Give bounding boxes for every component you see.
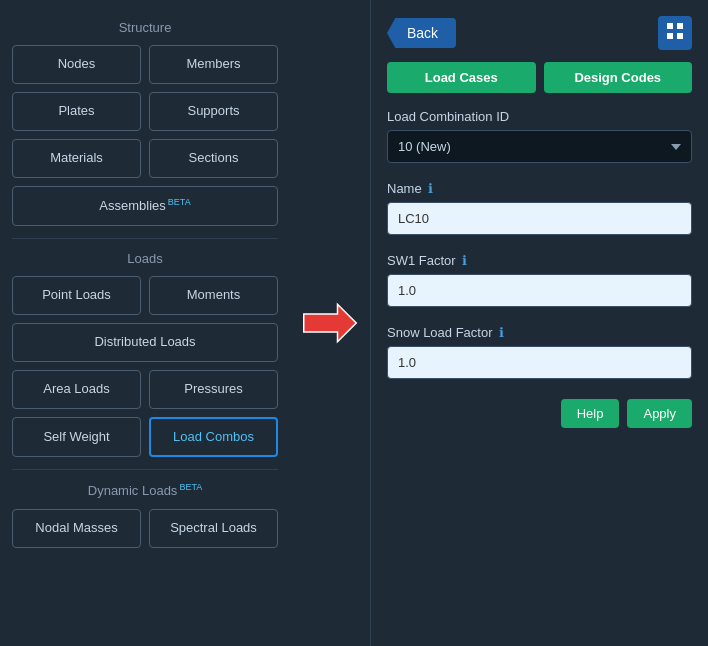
spectral-loads-btn[interactable]: Spectral Loads [149,509,278,548]
grid-view-button[interactable] [658,16,692,50]
divider-1 [12,238,278,239]
back-button[interactable]: Back [387,18,456,48]
sw1-label: SW1 Factor ℹ [387,253,692,268]
svg-rect-2 [677,23,683,29]
name-info-icon[interactable]: ℹ [428,181,433,196]
design-codes-tab[interactable]: Design Codes [544,62,693,93]
dynamic-beta: BETA [179,482,202,492]
structure-grid: Nodes Members Plates Supports Materials … [12,45,278,178]
dynamic-grid: Nodal Masses Spectral Loads [12,509,278,548]
divider-2 [12,469,278,470]
load-cases-tab[interactable]: Load Cases [387,62,536,93]
assemblies-btn[interactable]: AssembliesBETA [12,186,278,226]
nodes-btn[interactable]: Nodes [12,45,141,84]
name-label: Name ℹ [387,181,692,196]
distributed-loads-btn[interactable]: Distributed Loads [12,323,278,362]
top-nav: Back [387,16,692,50]
pressures-btn[interactable]: Pressures [149,370,278,409]
dynamic-loads-label: Dynamic LoadsBETA [12,482,278,498]
area-loads-btn[interactable]: Area Loads [12,370,141,409]
combination-id-select[interactable]: 10 (New) [387,130,692,163]
right-panel: Back Load Cases Design Codes Load Combin… [370,0,708,646]
sw1-section: SW1 Factor ℹ [387,253,692,321]
left-panel: Structure Nodes Members Plates Supports … [0,0,290,646]
self-weight-btn[interactable]: Self Weight [12,417,141,458]
snow-info-icon[interactable]: ℹ [499,325,504,340]
snow-label: Snow Load Factor ℹ [387,325,692,340]
tab-row: Load Cases Design Codes [387,62,692,93]
grid-icon [666,22,684,40]
load-combos-btn[interactable]: Load Combos [149,417,278,458]
sw1-info-icon[interactable]: ℹ [462,253,467,268]
assemblies-label: Assemblies [99,198,165,213]
loads-label: Loads [12,251,278,266]
help-button[interactable]: Help [561,399,620,428]
combination-id-label: Load Combination ID [387,109,692,124]
supports-btn[interactable]: Supports [149,92,278,131]
name-section: Name ℹ [387,181,692,249]
snow-section: Snow Load Factor ℹ [387,325,692,393]
apply-button[interactable]: Apply [627,399,692,428]
svg-rect-1 [667,23,673,29]
name-input[interactable] [387,202,692,235]
right-arrow-icon [300,298,360,348]
svg-rect-3 [667,33,673,39]
structure-label: Structure [12,20,278,35]
nodal-masses-btn[interactable]: Nodal Masses [12,509,141,548]
svg-rect-4 [677,33,683,39]
combination-id-section: Load Combination ID 10 (New) [387,109,692,177]
sw1-input[interactable] [387,274,692,307]
loads-grid-3: Self Weight Load Combos [12,417,278,458]
members-btn[interactable]: Members [149,45,278,84]
arrow-container [290,0,370,646]
assemblies-row: AssembliesBETA [12,186,278,226]
distributed-loads-row: Distributed Loads [12,323,278,362]
materials-btn[interactable]: Materials [12,139,141,178]
plates-btn[interactable]: Plates [12,92,141,131]
sections-btn[interactable]: Sections [149,139,278,178]
loads-grid-2: Area Loads Pressures [12,370,278,409]
moments-btn[interactable]: Moments [149,276,278,315]
snow-input[interactable] [387,346,692,379]
assemblies-beta: BETA [168,197,191,207]
action-row: Help Apply [387,399,692,428]
svg-marker-0 [304,304,357,342]
point-loads-btn[interactable]: Point Loads [12,276,141,315]
loads-grid-1: Point Loads Moments [12,276,278,315]
